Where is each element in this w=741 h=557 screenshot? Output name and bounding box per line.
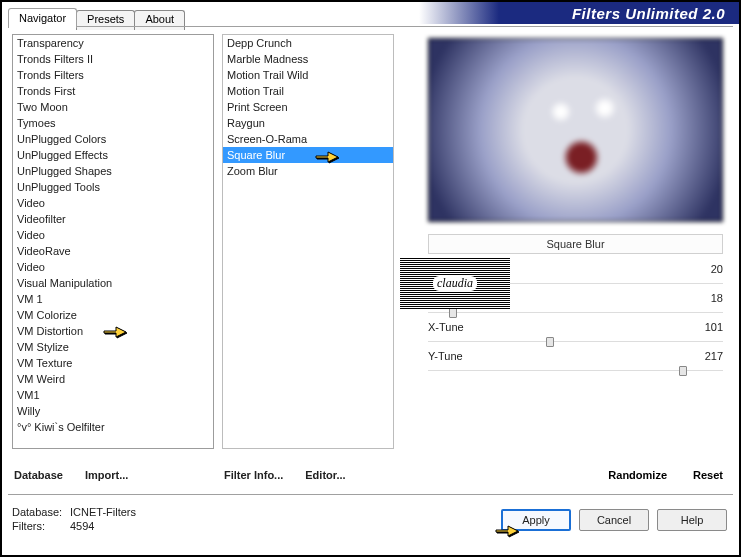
list-item[interactable]: Visual Manipulation	[13, 275, 213, 291]
help-button[interactable]: Help	[657, 509, 727, 531]
filters-listbox[interactable]: Depp CrunchMarble MadnessMotion Trail Wi…	[222, 34, 394, 449]
filter-info-button[interactable]: Filter Info...	[224, 469, 283, 481]
apply-button[interactable]: Apply	[501, 509, 571, 531]
list-item[interactable]: Tronds Filters II	[13, 51, 213, 67]
list-item[interactable]: Two Moon	[13, 99, 213, 115]
list-item[interactable]: Square Blur	[223, 147, 393, 163]
cancel-button[interactable]: Cancel	[579, 509, 649, 531]
tab-strip: Navigator Presets About	[8, 8, 184, 28]
list-item[interactable]: VM Stylize	[13, 339, 213, 355]
list-item[interactable]: Transparency	[13, 35, 213, 51]
current-filter-name: Square Blur	[428, 234, 723, 254]
list-item[interactable]: VM Distortion	[13, 323, 213, 339]
list-item[interactable]: VM1	[13, 387, 213, 403]
list-item[interactable]: UnPlugged Tools	[13, 179, 213, 195]
tab-presets[interactable]: Presets	[76, 10, 135, 30]
import-button[interactable]: Import...	[85, 469, 128, 481]
list-item[interactable]: Motion Trail Wild	[223, 67, 393, 83]
param-row: Y-Tune217	[428, 349, 723, 363]
param-value: 18	[683, 292, 723, 304]
app-title: Filters Unlimited 2.0	[572, 5, 725, 22]
tab-about[interactable]: About	[134, 10, 185, 30]
editor-button[interactable]: Editor...	[305, 469, 345, 481]
param-value: 217	[683, 350, 723, 362]
list-item[interactable]: VM 1	[13, 291, 213, 307]
list-item[interactable]: Depp Crunch	[223, 35, 393, 51]
list-item[interactable]: Tymoes	[13, 115, 213, 131]
reset-button[interactable]: Reset	[693, 469, 723, 481]
list-item[interactable]: Tronds First	[13, 83, 213, 99]
param-slider[interactable]	[428, 334, 723, 348]
right-actions: Randomize Reset	[608, 469, 723, 481]
list-item[interactable]: Willy	[13, 403, 213, 419]
footer: Database:ICNET-Filters Filters:4594 Appl…	[10, 499, 731, 549]
title-bar: Filters Unlimited 2.0	[419, 2, 739, 24]
filters-actions: Filter Info... Editor...	[224, 469, 392, 481]
categories-actions: Database Import...	[14, 469, 212, 481]
param-row: X-Tune101	[428, 320, 723, 334]
param-label: Y-Tune	[428, 350, 683, 362]
list-item[interactable]: UnPlugged Shapes	[13, 163, 213, 179]
filters-column: Depp CrunchMarble MadnessMotion Trail Wi…	[218, 30, 398, 489]
dialog-buttons: Apply Cancel Help	[501, 509, 727, 531]
list-item[interactable]: VM Weird	[13, 371, 213, 387]
footer-divider	[8, 494, 733, 495]
database-button[interactable]: Database	[14, 469, 63, 481]
list-item[interactable]: Print Screen	[223, 99, 393, 115]
list-item[interactable]: VM Texture	[13, 355, 213, 371]
list-item[interactable]: Zoom Blur	[223, 163, 393, 179]
list-item[interactable]: Screen-O-Rama	[223, 131, 393, 147]
categories-column: TransparencyTronds Filters IITronds Filt…	[8, 30, 218, 489]
status-text: Database:ICNET-Filters Filters:4594	[12, 505, 136, 533]
preview-image	[428, 38, 723, 222]
list-item[interactable]: Raygun	[223, 115, 393, 131]
param-value: 20	[683, 263, 723, 275]
list-item[interactable]: Videofilter	[13, 211, 213, 227]
randomize-button[interactable]: Randomize	[608, 469, 667, 481]
list-item[interactable]: UnPlugged Effects	[13, 147, 213, 163]
list-item[interactable]: UnPlugged Colors	[13, 131, 213, 147]
param-label: X-Tune	[428, 321, 683, 333]
tab-navigator[interactable]: Navigator	[8, 8, 77, 28]
list-item[interactable]: VideoRave	[13, 243, 213, 259]
list-item[interactable]: Video	[13, 227, 213, 243]
list-item[interactable]: °v° Kiwi`s Oelfilter	[13, 419, 213, 435]
list-item[interactable]: Video	[13, 195, 213, 211]
list-item[interactable]: Marble Madness	[223, 51, 393, 67]
param-slider[interactable]	[428, 363, 723, 377]
list-item[interactable]: Tronds Filters	[13, 67, 213, 83]
param-value: 101	[683, 321, 723, 333]
main-area: TransparencyTronds Filters IITronds Filt…	[8, 30, 733, 489]
list-item[interactable]: Video	[13, 259, 213, 275]
categories-listbox[interactable]: TransparencyTronds Filters IITronds Filt…	[12, 34, 214, 449]
list-item[interactable]: Motion Trail	[223, 83, 393, 99]
watermark: claudia	[400, 257, 510, 309]
tab-underline	[8, 26, 733, 27]
list-item[interactable]: VM Colorize	[13, 307, 213, 323]
